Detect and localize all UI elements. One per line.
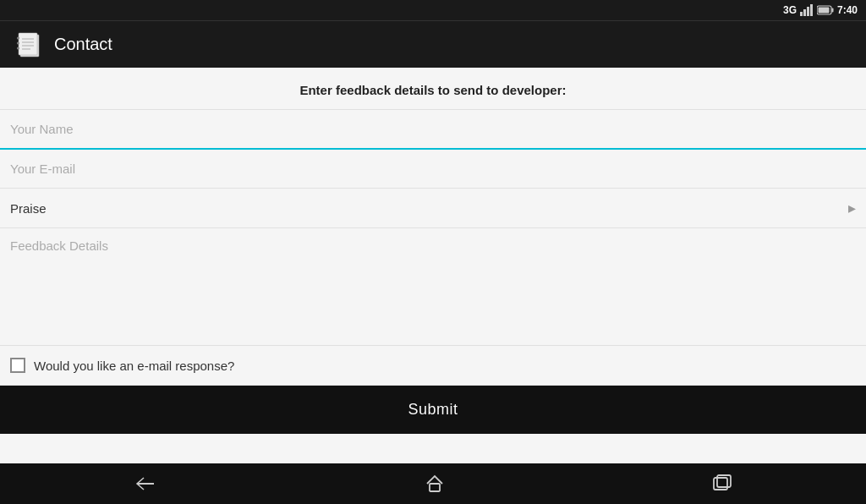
email-input[interactable] xyxy=(10,150,856,188)
email-response-label: Would you like an e-mail response? xyxy=(34,359,234,373)
svg-rect-17 xyxy=(430,484,440,491)
signal-indicator: 3G xyxy=(783,4,797,16)
svg-point-14 xyxy=(17,41,19,44)
signal-bars-icon xyxy=(800,4,814,16)
app-icon xyxy=(14,30,44,60)
main-content: Enter feedback details to send to develo… xyxy=(0,68,866,463)
email-field-container xyxy=(0,150,866,189)
feedback-details-input[interactable] xyxy=(10,238,856,331)
submit-button[interactable]: Submit xyxy=(0,386,866,434)
feedback-details-container xyxy=(0,228,866,346)
svg-rect-19 xyxy=(717,475,731,487)
home-button[interactable] xyxy=(404,467,465,501)
svg-rect-2 xyxy=(807,7,809,16)
home-icon xyxy=(425,474,445,494)
status-bar: 3G 7:40 xyxy=(0,0,866,20)
svg-rect-1 xyxy=(803,9,806,16)
dropdown-arrow-icon: ▸ xyxy=(848,199,856,217)
status-icons: 3G 7:40 xyxy=(783,4,858,16)
name-field-container xyxy=(0,110,866,150)
recent-apps-icon xyxy=(712,474,732,493)
instruction-text: Enter feedback details to send to develo… xyxy=(0,68,866,110)
svg-rect-8 xyxy=(19,33,37,55)
name-input[interactable] xyxy=(10,110,856,148)
email-response-checkbox[interactable] xyxy=(10,358,25,373)
category-label: Praise xyxy=(10,201,47,216)
svg-point-13 xyxy=(17,36,19,39)
back-button[interactable] xyxy=(113,468,178,500)
email-response-row: Would you like an e-mail response? xyxy=(0,346,866,386)
category-field-container[interactable]: Praise ▸ xyxy=(0,189,866,228)
time-display: 7:40 xyxy=(837,4,858,16)
svg-rect-5 xyxy=(831,8,833,13)
app-bar: Contact xyxy=(0,20,866,68)
svg-rect-6 xyxy=(818,8,829,14)
contact-book-icon xyxy=(14,30,44,60)
svg-point-15 xyxy=(17,47,19,49)
svg-rect-3 xyxy=(810,4,813,16)
recent-apps-button[interactable] xyxy=(692,468,753,500)
svg-rect-0 xyxy=(800,12,803,16)
app-title: Contact xyxy=(54,35,112,54)
battery-icon xyxy=(817,5,834,15)
bottom-nav xyxy=(0,463,866,504)
svg-rect-18 xyxy=(714,478,727,490)
back-icon xyxy=(134,474,157,493)
